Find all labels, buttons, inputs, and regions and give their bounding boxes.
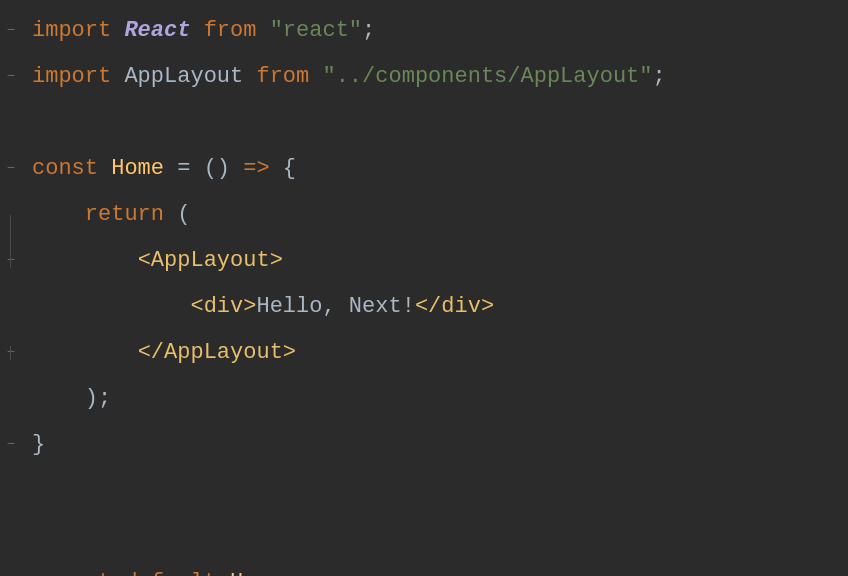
code-line-4: − const Home = () => {	[0, 146, 848, 192]
gutter-6: −	[0, 254, 22, 268]
code-line-13: export default Home;	[0, 560, 848, 576]
fold-icon-2[interactable]: −	[4, 70, 18, 84]
code-line-8: − </AppLayout>	[0, 330, 848, 376]
line-content-7: <div>Hello, Next!</div>	[22, 290, 494, 324]
code-line-7: <div>Hello, Next!</div>	[0, 284, 848, 330]
gutter-8: −	[0, 346, 22, 360]
line-content-4: const Home = () => {	[22, 152, 296, 186]
line-content-1: import React from "react";	[22, 14, 375, 48]
code-line-9: );	[0, 376, 848, 422]
code-line-11	[0, 468, 848, 514]
code-line-2: − import AppLayout from "../components/A…	[0, 54, 848, 100]
vertical-line-6	[10, 254, 11, 268]
code-line-5: return (	[0, 192, 848, 238]
gutter-1: −	[0, 24, 22, 38]
line-content-5: return (	[22, 198, 190, 232]
line-content-2: import AppLayout from "../components/App…	[22, 60, 666, 94]
code-line-10: − }	[0, 422, 848, 468]
code-line-12	[0, 514, 848, 560]
gutter-10: −	[0, 438, 22, 452]
line-content-9: );	[22, 382, 111, 416]
code-line-3	[0, 100, 848, 146]
fold-icon-4[interactable]: −	[4, 162, 18, 176]
line-content-8: </AppLayout>	[22, 336, 296, 370]
fold-icon-1[interactable]: −	[4, 24, 18, 38]
vertical-line-8	[10, 346, 11, 360]
line-content-10: }	[22, 428, 45, 462]
code-line-6: − <AppLayout>	[0, 238, 848, 284]
fold-icon-10[interactable]: −	[4, 438, 18, 452]
line-content-6: <AppLayout>	[22, 244, 283, 278]
code-area: − import React from "react"; − import Ap…	[0, 0, 848, 576]
code-editor[interactable]: − import React from "react"; − import Ap…	[0, 0, 848, 576]
gutter-4: −	[0, 162, 22, 176]
fold-icon-6[interactable]: −	[4, 254, 18, 268]
fold-icon-8[interactable]: −	[4, 346, 18, 360]
code-line-1: − import React from "react";	[0, 8, 848, 54]
gutter-2: −	[0, 70, 22, 84]
line-content-13: export default Home;	[22, 566, 296, 576]
